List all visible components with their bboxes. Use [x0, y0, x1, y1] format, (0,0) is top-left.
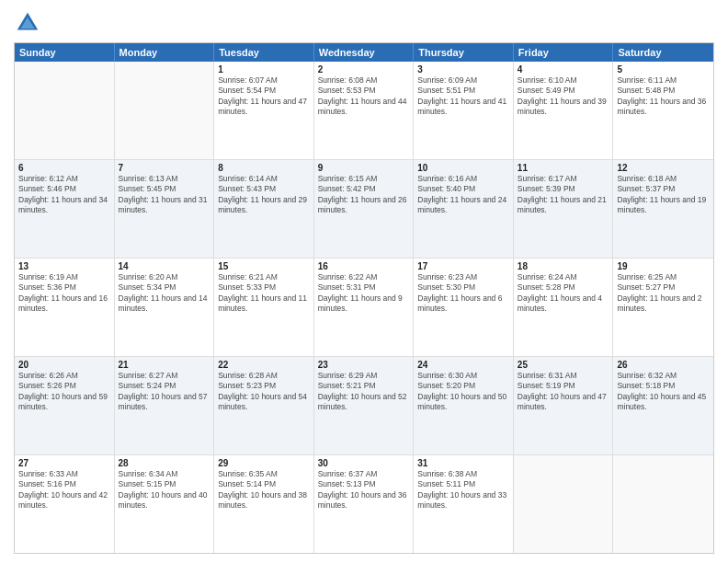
- calendar-cell: [15, 62, 115, 159]
- cell-info: Daylight: 11 hours and 41 minutes.: [417, 97, 509, 118]
- cell-info: Sunrise: 6:13 AM: [119, 174, 210, 184]
- cell-info: Daylight: 11 hours and 44 minutes.: [318, 97, 410, 118]
- cell-info: Daylight: 11 hours and 26 minutes.: [318, 195, 410, 216]
- calendar-cell: 6Sunrise: 6:12 AMSunset: 5:46 PMDaylight…: [15, 160, 115, 258]
- cell-info: Daylight: 10 hours and 42 minutes.: [18, 490, 110, 511]
- calendar-cell: 18Sunrise: 6:24 AMSunset: 5:28 PMDayligh…: [514, 259, 614, 356]
- day-number: 25: [518, 360, 609, 370]
- header-day-sunday: Sunday: [15, 43, 115, 62]
- cell-info: Sunset: 5:30 PM: [417, 282, 509, 293]
- calendar-cell: 13Sunrise: 6:19 AMSunset: 5:36 PMDayligh…: [15, 259, 115, 356]
- day-number: 8: [218, 163, 310, 173]
- calendar-cell: 30Sunrise: 6:37 AMSunset: 5:13 PMDayligh…: [314, 455, 415, 553]
- cell-info: Sunrise: 6:12 AM: [18, 174, 110, 184]
- cell-info: Daylight: 11 hours and 14 minutes.: [119, 293, 210, 315]
- page: SundayMondayTuesdayWednesdayThursdayFrid…: [0, 0, 728, 563]
- day-number: 20: [18, 360, 110, 370]
- day-number: 15: [218, 261, 310, 271]
- day-number: 17: [417, 261, 509, 271]
- cell-info: Daylight: 11 hours and 19 minutes.: [617, 195, 710, 216]
- cell-info: Sunset: 5:13 PM: [318, 479, 410, 489]
- cell-info: Sunrise: 6:24 AM: [518, 272, 609, 282]
- cell-info: Daylight: 10 hours and 47 minutes.: [518, 392, 609, 413]
- day-number: 16: [318, 261, 410, 271]
- logo-icon: [14, 9, 41, 37]
- cell-info: Sunrise: 6:19 AM: [18, 272, 110, 282]
- day-number: 5: [617, 64, 710, 75]
- day-number: 13: [18, 261, 110, 271]
- cell-info: Sunrise: 6:16 AM: [417, 174, 509, 184]
- cell-info: Sunset: 5:16 PM: [18, 479, 110, 489]
- cell-info: Daylight: 11 hours and 11 minutes.: [218, 293, 310, 315]
- cell-info: Daylight: 11 hours and 29 minutes.: [218, 195, 310, 216]
- day-number: 9: [318, 163, 410, 173]
- cell-info: Daylight: 11 hours and 16 minutes.: [18, 293, 110, 315]
- calendar-cell: 9Sunrise: 6:15 AMSunset: 5:42 PMDaylight…: [314, 160, 415, 258]
- calendar-cell: 24Sunrise: 6:30 AMSunset: 5:20 PMDayligh…: [414, 357, 514, 454]
- cell-info: Sunrise: 6:25 AM: [617, 272, 710, 282]
- cell-info: Sunrise: 6:15 AM: [318, 174, 410, 184]
- day-number: 22: [218, 360, 310, 370]
- cell-info: Sunset: 5:28 PM: [518, 282, 609, 293]
- calendar-cell: 29Sunrise: 6:35 AMSunset: 5:14 PMDayligh…: [214, 455, 314, 553]
- calendar-cell: 28Sunrise: 6:34 AMSunset: 5:15 PMDayligh…: [115, 455, 215, 553]
- day-number: 31: [417, 458, 509, 468]
- header-day-tuesday: Tuesday: [214, 43, 314, 62]
- day-number: 24: [417, 360, 509, 370]
- calendar-cell: 25Sunrise: 6:31 AMSunset: 5:19 PMDayligh…: [514, 357, 614, 454]
- cell-info: Daylight: 11 hours and 4 minutes.: [518, 293, 609, 315]
- cell-info: Sunset: 5:21 PM: [318, 381, 410, 391]
- cell-info: Sunrise: 6:11 AM: [617, 75, 710, 86]
- calendar-cell: 20Sunrise: 6:26 AMSunset: 5:26 PMDayligh…: [15, 357, 115, 454]
- calendar-cell: 23Sunrise: 6:29 AMSunset: 5:21 PMDayligh…: [314, 357, 415, 454]
- day-number: 19: [617, 261, 710, 271]
- cell-info: Sunset: 5:31 PM: [318, 282, 410, 293]
- day-number: 3: [417, 64, 509, 75]
- cell-info: Daylight: 11 hours and 21 minutes.: [518, 195, 609, 216]
- cell-info: Sunset: 5:49 PM: [518, 86, 609, 96]
- calendar-cell: 31Sunrise: 6:38 AMSunset: 5:11 PMDayligh…: [414, 455, 514, 553]
- cell-info: Sunrise: 6:32 AM: [617, 371, 710, 381]
- cell-info: Sunset: 5:20 PM: [417, 381, 509, 391]
- cell-info: Sunrise: 6:28 AM: [218, 371, 310, 381]
- cell-info: Sunset: 5:15 PM: [119, 479, 210, 489]
- header-day-saturday: Saturday: [613, 43, 713, 62]
- cell-info: Daylight: 10 hours and 59 minutes.: [18, 392, 110, 413]
- header-day-thursday: Thursday: [414, 43, 514, 62]
- calendar-cell: 7Sunrise: 6:13 AMSunset: 5:45 PMDaylight…: [115, 160, 215, 258]
- cell-info: Sunset: 5:45 PM: [119, 184, 210, 194]
- cell-info: Sunset: 5:19 PM: [518, 381, 609, 391]
- calendar: SundayMondayTuesdayWednesdayThursdayFrid…: [14, 42, 714, 554]
- cell-info: Sunrise: 6:09 AM: [417, 75, 509, 86]
- calendar-row: 27Sunrise: 6:33 AMSunset: 5:16 PMDayligh…: [15, 455, 713, 553]
- cell-info: Sunset: 5:23 PM: [218, 381, 310, 391]
- cell-info: Sunrise: 6:30 AM: [417, 371, 509, 381]
- day-number: 4: [518, 64, 609, 75]
- calendar-cell: 16Sunrise: 6:22 AMSunset: 5:31 PMDayligh…: [314, 259, 415, 356]
- cell-info: Sunrise: 6:18 AM: [617, 174, 710, 184]
- cell-info: Sunrise: 6:20 AM: [119, 272, 210, 282]
- cell-info: Sunrise: 6:22 AM: [318, 272, 410, 282]
- calendar-cell: 8Sunrise: 6:14 AMSunset: 5:43 PMDaylight…: [214, 160, 314, 258]
- cell-info: Sunset: 5:51 PM: [417, 86, 509, 96]
- day-number: 6: [18, 163, 110, 173]
- cell-info: Daylight: 11 hours and 34 minutes.: [18, 195, 110, 216]
- cell-info: Sunset: 5:53 PM: [318, 86, 410, 96]
- day-number: 18: [518, 261, 609, 271]
- cell-info: Daylight: 10 hours and 57 minutes.: [119, 392, 210, 413]
- calendar-cell: 10Sunrise: 6:16 AMSunset: 5:40 PMDayligh…: [414, 160, 514, 258]
- day-number: 7: [119, 163, 210, 173]
- cell-info: Daylight: 10 hours and 54 minutes.: [218, 392, 310, 413]
- cell-info: Sunset: 5:27 PM: [617, 282, 710, 293]
- cell-info: Sunrise: 6:29 AM: [318, 371, 410, 381]
- cell-info: Sunset: 5:36 PM: [18, 282, 110, 293]
- cell-info: Sunset: 5:39 PM: [518, 184, 609, 194]
- cell-info: Daylight: 11 hours and 36 minutes.: [617, 97, 710, 118]
- header-day-friday: Friday: [514, 43, 614, 62]
- cell-info: Daylight: 11 hours and 47 minutes.: [218, 97, 310, 118]
- cell-info: Sunrise: 6:14 AM: [218, 174, 310, 184]
- header-day-monday: Monday: [115, 43, 215, 62]
- day-number: 2: [318, 64, 410, 75]
- cell-info: Sunset: 5:40 PM: [417, 184, 509, 194]
- calendar-cell: 2Sunrise: 6:08 AMSunset: 5:53 PMDaylight…: [314, 62, 415, 159]
